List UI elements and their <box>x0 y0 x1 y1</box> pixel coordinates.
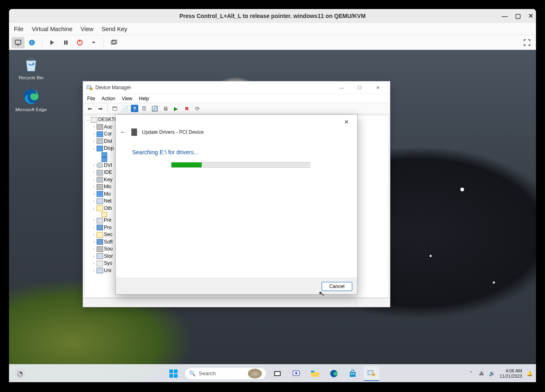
progress-bar <box>171 162 310 168</box>
svg-rect-0 <box>15 40 21 44</box>
tree-item[interactable]: Disp <box>104 145 114 152</box>
enable-icon[interactable]: ▶ <box>171 104 181 113</box>
host-maximize-button[interactable]: ▢ <box>515 12 521 20</box>
forward-icon[interactable]: ➡ <box>95 104 105 113</box>
clock[interactable]: 4:06 AM 11/21/2023 <box>500 368 522 379</box>
store-button[interactable] <box>345 366 360 381</box>
svg-point-27 <box>372 373 375 376</box>
tree-item[interactable]: Uni <box>104 267 111 275</box>
show-hide-tree-icon[interactable]: 🗔 <box>110 104 119 113</box>
scan-hardware-icon[interactable]: ⟳ <box>192 104 202 113</box>
tree-item[interactable]: Stor <box>104 253 113 260</box>
scan-icon[interactable]: 🗓 <box>139 104 149 113</box>
svg-rect-8 <box>111 41 115 44</box>
time-text: 4:06 AM <box>500 368 522 374</box>
system-tray: ˄ 🖧 🔊 4:06 AM 11/21/2023 🔔 <box>468 368 533 379</box>
dm-minimize-button[interactable]: — <box>333 82 351 93</box>
svg-rect-5 <box>66 41 68 45</box>
help-icon[interactable]: ? <box>131 105 138 112</box>
tree-item[interactable]: Sys <box>104 260 112 267</box>
dm-toolbar: ⬅ ➡ 🗔 📄 ? 🗓 🔄 🖥 ▶ ✖ ⟳ <box>83 103 390 114</box>
update-drivers-dialog: ✕ ← Update Drivers - PCI Device Searchin… <box>115 114 358 295</box>
cancel-button[interactable]: Cancel <box>322 282 352 291</box>
dm-maximize-button[interactable]: ☐ <box>351 82 369 93</box>
shutdown-menu-button[interactable] <box>87 37 100 48</box>
volume-icon[interactable]: 🔊 <box>489 371 495 376</box>
svg-rect-15 <box>169 374 173 378</box>
host-close-button[interactable]: ✕ <box>528 12 534 20</box>
tree-item[interactable]: Soft <box>104 239 113 246</box>
menu-send-key[interactable]: Send Key <box>101 26 127 32</box>
pause-button[interactable] <box>59 37 72 48</box>
notifications-icon[interactable]: 🔔 <box>526 371 533 376</box>
dialog-title: Update Drivers - PCI Device <box>142 129 204 135</box>
tree-item[interactable]: Net <box>104 198 112 205</box>
dm-menu-file[interactable]: File <box>87 96 95 101</box>
uninstall-icon[interactable]: ✖ <box>182 104 191 113</box>
progress-fill <box>171 162 202 167</box>
guest-desktop[interactable]: Recycle Bin Microsoft Edge Device Manage… <box>9 50 536 382</box>
svg-rect-18 <box>275 372 280 375</box>
tree-item[interactable]: Auc <box>104 124 113 131</box>
update-driver-icon[interactable]: 🔄 <box>150 104 160 113</box>
fullscreen-button[interactable] <box>520 37 534 48</box>
task-view-button[interactable] <box>270 366 285 381</box>
menu-view[interactable]: View <box>81 26 93 32</box>
svg-rect-4 <box>64 41 65 45</box>
search-placeholder: Search <box>199 370 216 376</box>
shutdown-button[interactable] <box>73 37 86 48</box>
dm-statusbar <box>83 298 390 307</box>
tree-item[interactable]: Cor <box>104 131 112 138</box>
tree-item[interactable]: Mo <box>104 191 111 198</box>
start-button[interactable] <box>166 366 181 381</box>
svg-point-20 <box>295 372 297 374</box>
properties-icon[interactable]: 📄 <box>120 104 130 113</box>
dialog-back-button[interactable]: ← <box>120 128 126 136</box>
tree-item[interactable]: Mic <box>104 183 112 191</box>
edge-icon[interactable]: Microsoft Edge <box>15 88 47 112</box>
dm-menu-view[interactable]: View <box>122 96 133 101</box>
run-button[interactable] <box>45 37 59 48</box>
console-button[interactable] <box>11 37 25 48</box>
menu-virtual-machine[interactable]: Virtual Machine <box>32 26 72 32</box>
svg-rect-24 <box>351 373 352 374</box>
vm-titlebar: Press Control_L+Alt_L to release pointer… <box>9 9 536 23</box>
back-icon[interactable]: ⬅ <box>85 104 95 113</box>
edge-label: Microsoft Edge <box>15 107 47 112</box>
tray-overflow-button[interactable]: ˄ <box>468 371 474 376</box>
vm-title: Press Control_L+Alt_L to release pointer… <box>179 13 365 19</box>
tree-item[interactable]: DVI <box>104 162 112 169</box>
install-icon[interactable]: 🖥 <box>160 104 170 113</box>
device-manager-taskbar-button[interactable] <box>364 366 379 381</box>
vm-toolbar: i <box>9 35 536 50</box>
svg-rect-25 <box>353 373 354 374</box>
widgets-button[interactable]: ◔ <box>15 368 25 379</box>
windows-taskbar: ◔ 🔍 Search ˄ 🖧 🔊 4:06 <box>9 364 536 382</box>
tree-item[interactable]: Oth <box>104 205 112 212</box>
taskbar-search[interactable]: 🔍 Search <box>185 367 266 380</box>
tree-item[interactable]: Key <box>104 176 113 184</box>
search-status-text: Searching E:\ for drivers... <box>132 149 198 155</box>
tree-item[interactable]: Pro <box>104 224 112 232</box>
details-button[interactable]: i <box>25 37 38 48</box>
tree-item[interactable]: IDE <box>104 169 112 176</box>
chat-button[interactable] <box>288 366 304 381</box>
file-explorer-button[interactable] <box>307 366 323 381</box>
recycle-bin-icon[interactable]: Recycle Bin <box>15 56 47 80</box>
menu-file[interactable]: File <box>14 26 23 32</box>
host-minimize-button[interactable]: — <box>502 13 508 20</box>
snapshots-button[interactable] <box>107 37 120 48</box>
dialog-close-button[interactable]: ✕ <box>340 117 353 127</box>
tree-item[interactable]: Sou <box>104 246 113 253</box>
network-icon[interactable]: 🖧 <box>478 371 485 376</box>
dm-menu-action[interactable]: Action <box>101 96 115 101</box>
dm-menu-help[interactable]: Help <box>139 96 149 101</box>
dm-titlebar[interactable]: Device Manager — ☐ ✕ <box>83 81 390 94</box>
tree-item[interactable]: Sec <box>104 231 113 239</box>
dm-app-icon <box>86 84 93 91</box>
tree-item[interactable]: Prir <box>104 217 112 224</box>
edge-taskbar-button[interactable] <box>326 366 342 381</box>
tree-item[interactable]: Disl <box>104 138 112 145</box>
dm-title: Device Manager <box>95 85 131 90</box>
dm-close-button[interactable]: ✕ <box>369 82 387 93</box>
